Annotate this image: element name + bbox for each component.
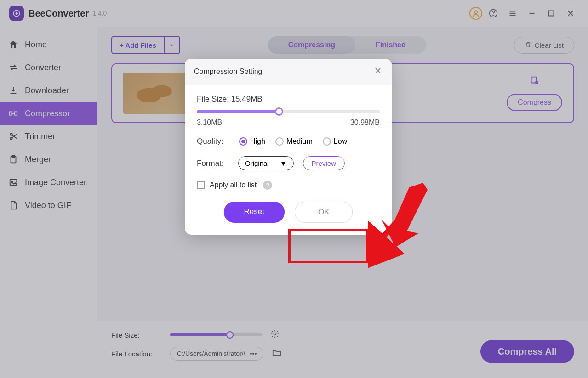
modal-size-slider[interactable] [197, 110, 380, 113]
slider-max: 30.98MB [350, 118, 380, 127]
quality-high-radio[interactable]: High [239, 137, 265, 146]
help-tooltip-icon[interactable]: ? [263, 181, 272, 190]
format-select[interactable]: Original ▼ [238, 156, 294, 170]
quality-low-radio[interactable]: Low [323, 137, 347, 146]
annotation-arrow-body [377, 183, 432, 252]
ok-button[interactable]: OK [295, 202, 353, 223]
svg-marker-30 [382, 183, 428, 247]
compression-setting-modal: Compression Setting File Size: 15.49MB 3… [185, 59, 392, 235]
apply-all-checkbox[interactable] [197, 181, 205, 189]
reset-button[interactable]: Reset [224, 202, 285, 223]
preview-button[interactable]: Preview [303, 156, 345, 170]
format-label: Format: [197, 159, 229, 168]
quality-medium-radio[interactable]: Medium [275, 137, 313, 146]
chevron-down-icon: ▼ [280, 159, 287, 167]
slider-min: 3.10MB [197, 118, 222, 127]
quality-label: Quality: [197, 137, 229, 146]
modal-title: Compression Setting [194, 68, 263, 76]
apply-all-label: Apply all to list [210, 181, 257, 189]
modal-close-icon[interactable] [373, 66, 382, 77]
annotation-highlight-box [288, 229, 368, 263]
modal-filesize-label: File Size: 15.49MB [197, 95, 380, 104]
